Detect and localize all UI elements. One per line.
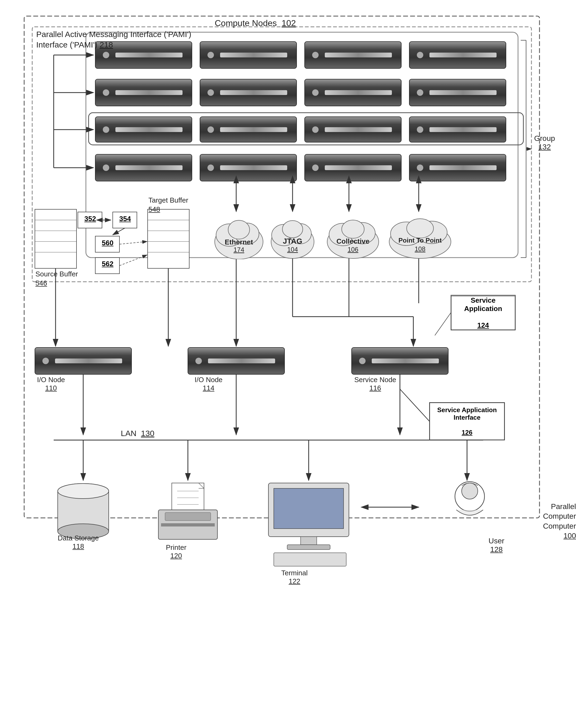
svg-rect-10 xyxy=(409,41,506,68)
svg-text:Ethernet: Ethernet xyxy=(225,238,253,246)
svg-point-130 xyxy=(462,483,478,499)
svg-rect-8 xyxy=(200,41,296,68)
svg-rect-4 xyxy=(24,16,540,518)
svg-point-28 xyxy=(312,52,319,58)
svg-point-136 xyxy=(216,224,243,246)
terminal-label: Terminal122 xyxy=(281,569,308,585)
svg-rect-16 xyxy=(95,117,192,142)
point-to-point-cloud: Point To Point 108 xyxy=(386,213,454,259)
svg-point-48 xyxy=(103,165,109,171)
svg-point-148 xyxy=(329,223,357,246)
svg-rect-126 xyxy=(300,537,317,545)
svg-rect-20 xyxy=(95,154,192,181)
svg-point-156 xyxy=(407,219,433,238)
svg-rect-49 xyxy=(115,165,182,170)
svg-point-30 xyxy=(417,52,423,58)
service-application-box: Service Application124 xyxy=(451,296,515,330)
parallel-computer-label: Parallel Computer Computer 100 xyxy=(526,502,576,541)
source-buffer-label: Source Buffer546 xyxy=(35,270,78,288)
svg-rect-74 xyxy=(95,236,119,252)
svg-rect-95 xyxy=(55,358,122,363)
svg-text:Point To Point: Point To Point xyxy=(399,237,442,244)
svg-point-141 xyxy=(271,225,314,258)
svg-rect-128 xyxy=(274,553,346,566)
svg-text:Collective: Collective xyxy=(337,237,370,245)
svg-rect-55 xyxy=(429,165,496,170)
box-560: 560 xyxy=(96,239,119,247)
svg-text:104: 104 xyxy=(287,246,298,253)
svg-rect-25 xyxy=(115,53,182,57)
svg-point-97 xyxy=(195,358,202,364)
svg-rect-124 xyxy=(268,483,349,537)
svg-rect-117 xyxy=(172,483,204,521)
svg-point-129 xyxy=(455,482,485,511)
svg-rect-33 xyxy=(115,90,182,95)
svg-rect-31 xyxy=(429,53,496,57)
svg-rect-39 xyxy=(429,90,496,95)
svg-rect-27 xyxy=(220,53,287,57)
svg-rect-125 xyxy=(274,488,344,529)
svg-point-36 xyxy=(312,89,319,96)
svg-text:108: 108 xyxy=(415,245,426,253)
svg-point-38 xyxy=(417,89,423,96)
svg-rect-15 xyxy=(89,113,523,145)
svg-rect-53 xyxy=(325,165,392,170)
svg-rect-91 xyxy=(451,295,515,330)
svg-rect-75 xyxy=(95,258,119,274)
svg-rect-123 xyxy=(161,523,215,526)
svg-rect-93 xyxy=(35,348,132,374)
svg-point-94 xyxy=(42,358,49,364)
svg-rect-11 xyxy=(95,79,192,106)
svg-rect-21 xyxy=(200,154,296,181)
svg-rect-109 xyxy=(429,403,505,440)
svg-point-54 xyxy=(417,165,423,171)
pami-label: Parallel Active Messaging Interface ('PA… xyxy=(36,29,191,50)
svg-rect-29 xyxy=(325,53,392,57)
svg-rect-121 xyxy=(159,510,218,540)
svg-line-92 xyxy=(435,313,451,336)
printer-label: Printer120 xyxy=(166,543,186,560)
svg-line-76 xyxy=(119,241,147,244)
svg-point-100 xyxy=(359,358,366,364)
svg-rect-12 xyxy=(200,79,296,106)
box-352: 352 xyxy=(78,215,102,223)
compute-nodes-label: Compute Nodes 102 xyxy=(215,18,296,28)
svg-point-144 xyxy=(282,221,303,238)
svg-rect-14 xyxy=(409,79,506,106)
svg-point-135 xyxy=(215,224,263,259)
box-354: 354 xyxy=(113,215,137,223)
svg-point-26 xyxy=(207,52,214,58)
svg-rect-22 xyxy=(305,154,401,181)
svg-line-77 xyxy=(119,255,147,266)
svg-rect-18 xyxy=(305,117,401,142)
jtag-cloud: JTAG 104 xyxy=(268,213,317,259)
svg-point-116 xyxy=(58,484,109,499)
svg-rect-71 xyxy=(78,212,102,228)
svg-text:106: 106 xyxy=(348,246,358,253)
svg-point-147 xyxy=(327,225,379,258)
svg-rect-66 xyxy=(148,209,189,268)
svg-point-24 xyxy=(103,52,109,58)
svg-point-32 xyxy=(103,89,109,96)
svg-rect-43 xyxy=(220,127,287,132)
svg-rect-7 xyxy=(95,41,192,68)
svg-point-42 xyxy=(207,126,214,133)
svg-rect-99 xyxy=(352,348,448,374)
svg-rect-9 xyxy=(305,41,401,68)
svg-point-113 xyxy=(58,484,109,499)
svg-rect-101 xyxy=(372,358,439,363)
svg-rect-19 xyxy=(409,117,506,142)
box-562: 562 xyxy=(96,260,119,268)
svg-point-153 xyxy=(389,225,451,258)
svg-rect-17 xyxy=(200,117,296,142)
svg-point-40 xyxy=(103,126,109,133)
svg-point-34 xyxy=(207,89,214,96)
svg-rect-61 xyxy=(35,209,77,268)
svg-point-46 xyxy=(417,126,423,133)
svg-point-52 xyxy=(312,165,319,171)
svg-rect-23 xyxy=(409,154,506,181)
svg-point-143 xyxy=(289,224,311,244)
svg-text:174: 174 xyxy=(233,246,244,253)
collective-cloud: Collective 106 xyxy=(325,213,381,259)
svg-rect-37 xyxy=(325,90,392,95)
